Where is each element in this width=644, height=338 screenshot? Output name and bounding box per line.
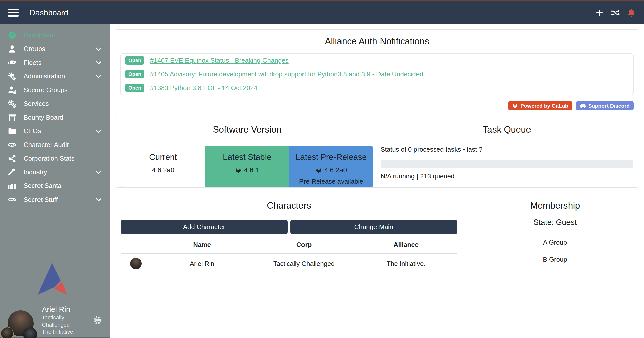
software-version-title: Software Version (121, 124, 373, 135)
topbar: Dashboard (0, 1, 644, 24)
user-settings-gear-icon[interactable] (93, 315, 102, 325)
sidebar-item-label: Secure Groups (24, 86, 68, 94)
folder-icon (8, 127, 17, 136)
sidebar-item-fleets[interactable]: Fleets (0, 56, 110, 70)
header-name: Name (151, 241, 253, 249)
characters-table-body: Ariel RinTactically ChallengedThe Initia… (121, 254, 457, 274)
shield-badges-row: Powered by GitLab Support Discord (120, 101, 634, 110)
status-badge: Open (125, 84, 144, 92)
version-number: 4.6.1 (205, 166, 289, 174)
sidebar-nav: DashboardGroupsFleetsAdministrationSecur… (0, 24, 110, 207)
gitlab-icon (235, 167, 242, 173)
user-avatar (8, 310, 34, 336)
sidebar-item-label: Administration (24, 72, 65, 80)
version-box-label: Latest Stable (205, 152, 289, 162)
version-and-queue-panel: Software Version Current4.6.2a0Latest St… (115, 118, 639, 188)
character-corp: Tactically Challenged (253, 260, 355, 268)
main-content: Alliance Auth Notifications Open#1407 EV… (110, 24, 644, 338)
notification-link[interactable]: #1405 Advisory: Future development will … (150, 70, 423, 78)
alliance-auth-logo (37, 263, 68, 295)
sidebar-item-label: Bounty Board (24, 114, 63, 121)
powered-by-gitlab-badge[interactable]: Powered by GitLab (508, 101, 572, 110)
gitlab-badge-label: Powered by GitLab (520, 103, 568, 109)
sidebar-item-label: Fleets (24, 59, 42, 67)
notifications-bell-icon[interactable] (627, 8, 636, 17)
task-queue-status: Status of 0 processed tasks • last ? (381, 146, 633, 153)
shuttle-icon (8, 58, 17, 67)
status-badge: Open (125, 56, 144, 65)
sidebar-item-secure-groups[interactable]: Secure Groups (0, 83, 110, 97)
notification-link[interactable]: #1407 EVE Equinox Status - Breaking Chan… (150, 57, 289, 64)
user-meta: Ariel Rin Tactically Challenged The Init… (42, 304, 93, 336)
gears-icon (8, 99, 17, 108)
character-portrait (130, 258, 142, 269)
sidebar-item-label: Character Audit (24, 141, 69, 149)
chevron-down-icon (95, 59, 102, 66)
chevron-down-icon (95, 73, 102, 80)
add-character-plus-icon[interactable] (595, 8, 604, 17)
eye-icon (8, 195, 17, 204)
characters-table-header: Name Corp Alliance (121, 236, 457, 254)
sidebar-item-ceos[interactable]: CEOs (0, 124, 110, 138)
gifts-icon (8, 181, 17, 190)
sidebar-item-character-audit[interactable]: Character Audit (0, 138, 110, 152)
membership-title: Membership (477, 200, 633, 211)
task-queue-section: Task Queue Status of 0 processed tasks •… (373, 124, 633, 181)
header-alliance: Alliance (355, 241, 457, 249)
discord-icon (580, 103, 586, 109)
version-box-latest-pre-release: Latest Pre-Release4.6.2a0Pre-Release ava… (289, 146, 373, 187)
characters-title: Characters (121, 200, 457, 211)
header-corp: Corp (253, 241, 355, 249)
sidebar-item-label: Industry (24, 168, 47, 176)
user-icon (8, 44, 17, 54)
sidebar-toggle-hamburger-icon[interactable] (8, 9, 19, 17)
hammer-icon (8, 168, 17, 177)
change-main-shuffle-icon[interactable] (611, 8, 620, 17)
chevron-down-icon (95, 196, 102, 203)
task-queue-meta: N/A running | 213 queued (381, 172, 633, 180)
sidebar-item-bounty-board[interactable]: Bounty Board (0, 111, 110, 124)
task-queue-title: Task Queue (381, 124, 633, 135)
notification-row: Open#1383 Python 3.8 EOL - 14 Oct 2024 (121, 81, 633, 95)
sidebar-item-groups[interactable]: Groups (0, 42, 110, 56)
membership-panel: Membership State: Guest A GroupB Group (471, 194, 639, 320)
character-alliance: The Initiative. (355, 260, 457, 268)
character-row: Ariel RinTactically ChallengedThe Initia… (121, 254, 457, 274)
characters-panel: Characters Add Character Change Main Nam… (115, 194, 463, 320)
status-badge: Open (125, 70, 144, 78)
discord-badge-label: Support Discord (588, 103, 630, 109)
version-box-current: Current4.6.2a0 (121, 146, 205, 187)
sidebar-item-secret-santa[interactable]: Secret Santa (0, 179, 110, 193)
add-character-button[interactable]: Add Character (121, 220, 288, 234)
sidebar: DashboardGroupsFleetsAdministrationSecur… (0, 24, 110, 338)
characters-table: Name Corp Alliance Ariel RinTactically C… (121, 236, 457, 274)
version-number: 4.6.2a0 (121, 166, 205, 174)
user-name: Ariel Rin (42, 304, 93, 314)
version-number: 4.6.2a0 (289, 166, 373, 174)
gitlab-icon (512, 103, 518, 109)
gears-icon (8, 72, 17, 81)
topbar-icons (595, 8, 636, 17)
task-queue-progressbar (381, 160, 633, 168)
notification-row: Open#1407 EVE Equinox Status - Breaking … (121, 54, 633, 67)
character-name: Ariel Rin (151, 260, 253, 268)
user-panel[interactable]: Ariel Rin Tactically Challenged The Init… (0, 303, 110, 337)
user-alliance: The Initiative. (42, 328, 93, 336)
sidebar-item-label: Corporation Stats (24, 155, 74, 162)
notification-row: Open#1405 Advisory: Future development w… (121, 67, 633, 81)
sidebar-item-industry[interactable]: Industry (0, 165, 110, 179)
membership-groups: A GroupB Group (477, 235, 633, 269)
sidebar-item-secret-stuff[interactable]: Secret Stuff (0, 193, 110, 207)
sidebar-item-corporation-stats[interactable]: Corporation Stats (0, 152, 110, 166)
support-discord-badge[interactable]: Support Discord (576, 101, 634, 110)
sidebar-item-services[interactable]: Services (0, 97, 110, 111)
sidebar-item-administration[interactable]: Administration (0, 70, 110, 83)
sidebar-item-dashboard[interactable]: Dashboard (0, 28, 110, 42)
change-main-button[interactable]: Change Main (290, 220, 457, 234)
notification-link[interactable]: #1383 Python 3.8 EOL - 14 Oct 2024 (150, 84, 257, 92)
chevron-down-icon (95, 45, 102, 53)
notifications-panel: Alliance Auth Notifications Open#1407 EV… (115, 29, 639, 116)
membership-group-a-group: A Group (477, 235, 633, 252)
version-boxes: Current4.6.2a0Latest Stable4.6.1Latest P… (121, 146, 373, 188)
software-version-section: Software Version Current4.6.2a0Latest St… (121, 124, 373, 181)
